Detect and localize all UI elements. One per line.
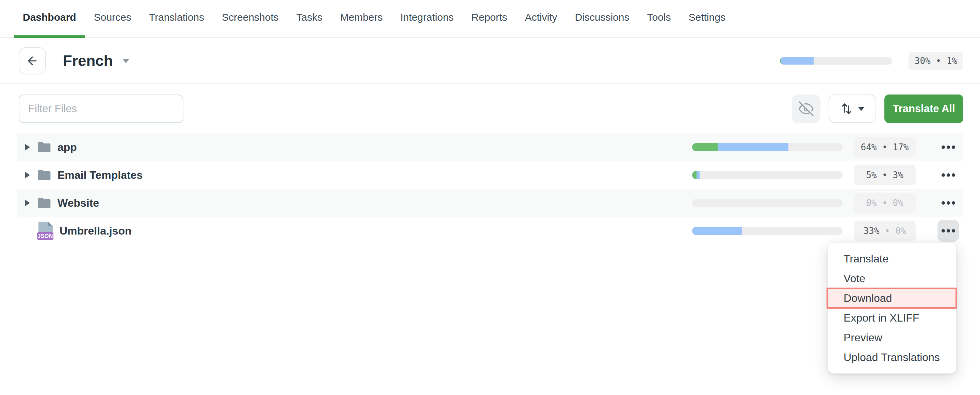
- row-progress-bar: [692, 227, 843, 235]
- file-name[interactable]: Website: [57, 197, 99, 209]
- translated-percent: 5%: [866, 170, 877, 180]
- menu-item-upload-translations[interactable]: Upload Translations: [828, 347, 956, 367]
- sort-button[interactable]: [829, 95, 876, 123]
- folder-icon: [37, 141, 51, 153]
- file-row-website[interactable]: Website 0% • 0%: [17, 189, 963, 217]
- menu-item-translate[interactable]: Translate: [828, 249, 956, 268]
- sort-arrows-icon: [840, 102, 853, 116]
- expand-caret-icon[interactable]: [25, 200, 30, 206]
- ellipsis-icon: [942, 173, 945, 177]
- approved-percent: 0%: [892, 198, 903, 208]
- file-name[interactable]: Email Templates: [57, 169, 143, 181]
- filter-files-input[interactable]: [19, 95, 183, 123]
- badge-separator: •: [877, 142, 893, 152]
- json-file-type-label: JSON: [37, 232, 53, 240]
- header-progress-group: 30% • 1%: [780, 52, 963, 70]
- nav-item-discussions[interactable]: Discussions: [566, 0, 638, 38]
- nav-item-tools[interactable]: Tools: [638, 0, 679, 38]
- json-file-icon: JSON: [37, 222, 53, 240]
- nav-item-tasks[interactable]: Tasks: [288, 0, 331, 38]
- ellipsis-icon: [942, 201, 945, 205]
- nav-item-dashboard[interactable]: Dashboard: [14, 0, 85, 38]
- main-nav-list: DashboardSourcesTranslationsScreenshotsT…: [0, 0, 980, 38]
- folder-icon: [37, 197, 51, 209]
- translated-percent: 30%: [915, 56, 931, 66]
- nav-item-translations[interactable]: Translations: [140, 0, 213, 38]
- row-progress-badge: 64% • 17%: [854, 137, 916, 157]
- ellipsis-icon: [942, 229, 945, 233]
- file-row-email-templates[interactable]: Email Templates 5% • 3%: [17, 161, 963, 189]
- chevron-down-icon: [858, 107, 864, 111]
- translate-all-button[interactable]: Translate All: [885, 95, 963, 123]
- row-progress-bar: [692, 143, 843, 151]
- toggle-hidden-files-button[interactable]: [792, 95, 821, 123]
- translated-percent: 33%: [863, 226, 879, 236]
- file-name[interactable]: app: [57, 141, 77, 154]
- progress-translated-segment: [781, 57, 814, 65]
- nav-item-sources[interactable]: Sources: [85, 0, 140, 38]
- folder-icon: [37, 169, 51, 181]
- badge-separator: •: [931, 56, 947, 66]
- row-right-group: 5% • 3%: [692, 164, 959, 186]
- row-right-group: 64% • 17%: [692, 136, 959, 158]
- row-right-group: 0% • 0%: [692, 192, 959, 214]
- progress-translated-segment: [697, 171, 700, 179]
- row-progress-badge: 33% • 0%: [854, 221, 916, 241]
- file-row-umbrella-json[interactable]: JSON Umbrella.json 33% • 0%: [17, 217, 963, 245]
- translated-percent: 0%: [866, 198, 877, 208]
- translated-percent: 64%: [861, 142, 877, 152]
- row-progress-bar: [692, 199, 843, 207]
- row-progress-bar: [692, 171, 843, 179]
- page-title: French: [63, 52, 113, 69]
- menu-item-vote[interactable]: Vote: [828, 268, 956, 288]
- badge-separator: •: [877, 170, 893, 180]
- header-progress-bar: [780, 57, 892, 65]
- file-name[interactable]: Umbrella.json: [60, 225, 132, 237]
- progress-translated-segment: [718, 143, 788, 151]
- eye-off-icon: [799, 101, 814, 116]
- toolbar-actions: Translate All: [792, 95, 963, 123]
- row-right-group: 33% • 0%: [692, 220, 959, 242]
- row-progress-badge: 5% • 3%: [854, 165, 916, 185]
- menu-item-download[interactable]: Download: [827, 287, 957, 309]
- row-progress-badge: 0% • 0%: [854, 193, 916, 213]
- row-menu-button[interactable]: [937, 136, 959, 158]
- progress-approved-segment: [692, 143, 718, 151]
- file-row-app[interactable]: app 64% • 17%: [17, 133, 963, 161]
- approved-percent: 3%: [892, 170, 903, 180]
- arrow-left-icon: [26, 54, 39, 67]
- context-menu: TranslateVoteDownloadExport in XLIFFPrev…: [828, 243, 956, 374]
- nav-item-activity[interactable]: Activity: [516, 0, 566, 38]
- expand-caret-icon[interactable]: [25, 172, 30, 178]
- nav-item-screenshots[interactable]: Screenshots: [213, 0, 288, 38]
- nav-item-members[interactable]: Members: [331, 0, 392, 38]
- menu-item-preview[interactable]: Preview: [828, 328, 956, 347]
- row-menu-button[interactable]: [937, 220, 959, 242]
- progress-approved-segment: [692, 171, 697, 179]
- row-menu-button[interactable]: [937, 192, 959, 214]
- ellipsis-icon: [942, 146, 945, 149]
- badge-separator: •: [877, 198, 893, 208]
- nav-item-integrations[interactable]: Integrations: [392, 0, 463, 38]
- file-list: app 64% • 17% Email Templates: [17, 133, 963, 245]
- back-button[interactable]: [19, 47, 46, 75]
- approved-percent: 17%: [892, 142, 908, 152]
- menu-item-export-in-xliff[interactable]: Export in XLIFF: [828, 308, 956, 328]
- top-nav: DashboardSourcesTranslationsScreenshotsT…: [0, 0, 980, 38]
- row-menu-button[interactable]: [937, 164, 959, 186]
- expand-caret-icon[interactable]: [25, 144, 30, 151]
- badge-separator: •: [879, 226, 895, 236]
- nav-item-settings[interactable]: Settings: [680, 0, 734, 38]
- files-toolbar: Translate All: [0, 84, 980, 133]
- language-header: French 30% • 1%: [0, 39, 980, 84]
- header-progress-badge: 30% • 1%: [908, 52, 963, 70]
- chevron-down-icon[interactable]: [123, 59, 129, 63]
- approved-percent: 0%: [895, 226, 906, 236]
- nav-item-reports[interactable]: Reports: [463, 0, 516, 38]
- approved-percent: 1%: [947, 56, 957, 66]
- progress-translated-segment: [692, 227, 742, 235]
